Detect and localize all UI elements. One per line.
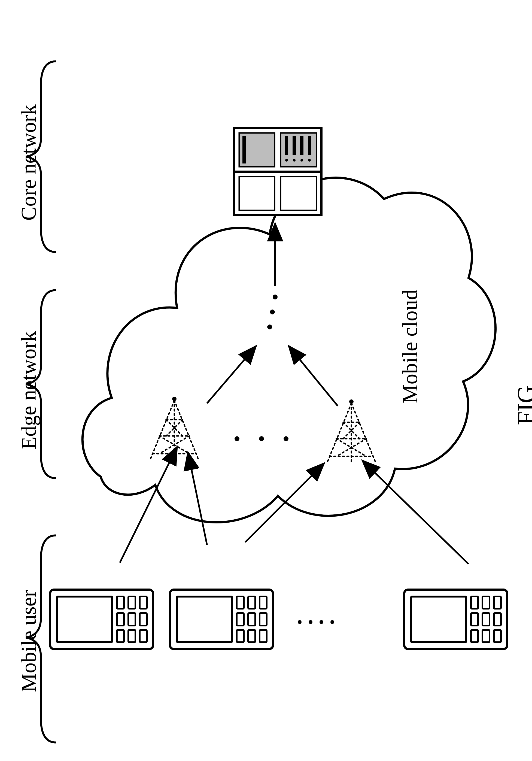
svg-line-1 [188,452,207,545]
svg-point-11 [284,436,288,441]
figure-caption: FIG. 1 [512,379,532,425]
tower-ellipsis [235,436,288,441]
svg-point-9 [235,436,239,441]
svg-rect-23 [308,136,311,155]
svg-line-4 [207,346,256,403]
label-edge-network: Edge network [16,331,41,449]
mid-ellipsis [267,295,277,329]
phone-3 [403,589,508,650]
svg-rect-22 [300,136,303,155]
phone-1 [49,589,154,650]
svg-point-27 [308,159,311,161]
label-mobile-cloud: Mobile cloud [398,289,422,403]
label-mobile-user: Mobile user [16,590,41,692]
svg-point-24 [285,159,288,161]
tower-2 [327,399,376,463]
svg-rect-21 [293,136,296,155]
svg-point-13 [270,310,275,315]
figure-1-diagram: Mobile user Edge network Core network Mo… [0,0,532,761]
svg-rect-20 [285,136,288,155]
svg-point-12 [267,324,272,329]
svg-point-7 [172,397,177,401]
svg-line-5 [289,346,338,406]
svg-point-8 [349,399,354,404]
svg-rect-18 [242,136,246,163]
svg-point-26 [300,159,303,161]
svg-point-14 [273,295,277,299]
svg-line-2 [245,463,324,542]
label-core-network: Core network [16,104,41,221]
mobile-cloud-outline [83,178,496,522]
svg-rect-29 [280,177,317,210]
svg-rect-28 [239,177,274,210]
svg-point-10 [259,436,264,441]
datacenter-server [234,128,322,215]
phone-2 [169,589,274,650]
phone-ellipsis [291,619,341,625]
svg-line-3 [362,460,469,564]
svg-point-25 [293,159,296,161]
